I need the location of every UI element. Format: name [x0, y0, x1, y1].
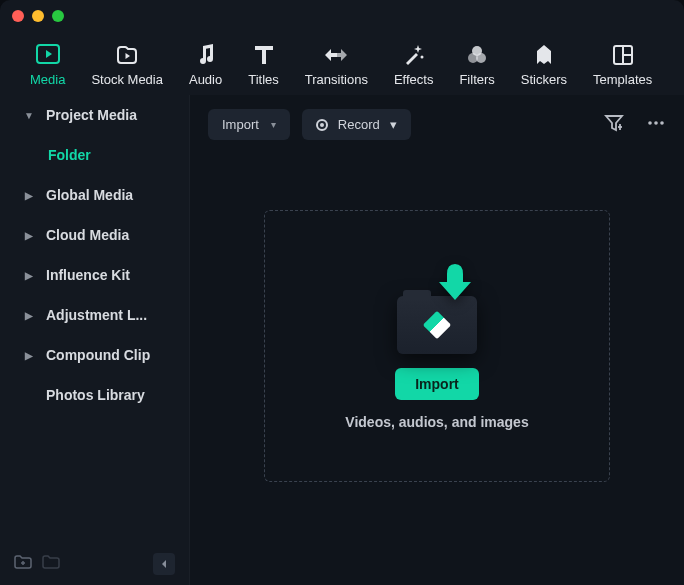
- stock-media-icon: [114, 42, 140, 68]
- import-button[interactable]: Import: [395, 368, 479, 400]
- media-icon: [35, 42, 61, 68]
- sidebar-list: ▼ Project Media Folder ▶ Global Media ▶ …: [0, 95, 189, 543]
- sidebar-item-label: Cloud Media: [46, 227, 129, 243]
- sidebar-footer: [0, 543, 189, 585]
- tab-label: Stock Media: [91, 72, 163, 87]
- tab-label: Transitions: [305, 72, 368, 87]
- record-dropdown[interactable]: Record ▾: [302, 109, 411, 140]
- filter-icon[interactable]: [604, 114, 624, 136]
- collapse-sidebar-button[interactable]: [153, 553, 175, 575]
- svg-marker-1: [46, 50, 52, 58]
- tab-label: Filters: [459, 72, 494, 87]
- tab-stock-media[interactable]: Stock Media: [91, 42, 163, 87]
- sidebar-item-label: Influence Kit: [46, 267, 130, 283]
- svg-marker-2: [126, 53, 131, 59]
- tab-transitions[interactable]: Transitions: [305, 42, 368, 87]
- tab-label: Titles: [248, 72, 279, 87]
- svg-point-6: [476, 53, 486, 63]
- import-button-label: Import: [415, 376, 459, 392]
- templates-icon: [610, 42, 636, 68]
- maximize-icon[interactable]: [52, 10, 64, 22]
- sidebar-item-label: Photos Library: [46, 387, 145, 403]
- effects-icon: [401, 42, 427, 68]
- top-toolbar: Media Stock Media Audio Titles Transitio…: [0, 32, 684, 95]
- sidebar-item-adjustment-layer[interactable]: ▶ Adjustment L...: [0, 295, 189, 335]
- tab-label: Effects: [394, 72, 434, 87]
- sidebar-item-influence-kit[interactable]: ▶ Influence Kit: [0, 255, 189, 295]
- audio-icon: [193, 42, 219, 68]
- chevron-down-icon: ▾: [390, 117, 397, 132]
- main-panel: Import ▾ Record ▾: [190, 95, 684, 585]
- sidebar-item-photos-library[interactable]: Photos Library: [0, 375, 189, 415]
- record-dropdown-label: Record: [338, 117, 380, 132]
- sidebar-item-global-media[interactable]: ▶ Global Media: [0, 175, 189, 215]
- sidebar-item-cloud-media[interactable]: ▶ Cloud Media: [0, 215, 189, 255]
- sidebar-item-label: Adjustment L...: [46, 307, 147, 323]
- sidebar: ▼ Project Media Folder ▶ Global Media ▶ …: [0, 95, 190, 585]
- import-dropdown[interactable]: Import ▾: [208, 109, 290, 140]
- stickers-icon: [531, 42, 557, 68]
- svg-point-14: [648, 121, 652, 125]
- sidebar-item-label: Project Media: [46, 107, 137, 123]
- tab-templates[interactable]: Templates: [593, 42, 652, 87]
- chevron-right-icon: ▶: [22, 310, 36, 321]
- tab-label: Templates: [593, 72, 652, 87]
- sidebar-item-project-media[interactable]: ▼ Project Media: [0, 95, 189, 135]
- filters-icon: [464, 42, 490, 68]
- record-icon: [316, 119, 328, 131]
- chevron-right-icon: ▶: [22, 350, 36, 361]
- titles-icon: [251, 42, 277, 68]
- import-dropzone[interactable]: Import Videos, audios, and images: [264, 210, 610, 482]
- chevron-right-icon: ▶: [22, 270, 36, 281]
- chevron-right-icon: ▶: [22, 230, 36, 241]
- svg-point-3: [420, 56, 423, 59]
- tab-media[interactable]: Media: [30, 42, 65, 87]
- tab-label: Stickers: [521, 72, 567, 87]
- download-arrow-icon: [437, 262, 473, 306]
- tab-label: Audio: [189, 72, 222, 87]
- sidebar-item-compound-clip[interactable]: ▶ Compound Clip: [0, 335, 189, 375]
- close-icon[interactable]: [12, 10, 24, 22]
- sidebar-item-label: Compound Clip: [46, 347, 150, 363]
- sidebar-item-label: Global Media: [46, 187, 133, 203]
- sidebar-item-folder[interactable]: Folder: [0, 135, 189, 175]
- app-logo-icon: [423, 311, 451, 339]
- app-window: Media Stock Media Audio Titles Transitio…: [0, 0, 684, 585]
- tab-label: Media: [30, 72, 65, 87]
- titlebar: [0, 0, 684, 32]
- tab-effects[interactable]: Effects: [394, 42, 434, 87]
- chevron-right-icon: ▶: [22, 190, 36, 201]
- transitions-icon: [323, 42, 349, 68]
- new-folder-icon[interactable]: [14, 554, 32, 574]
- tab-audio[interactable]: Audio: [189, 42, 222, 87]
- content-area: ▼ Project Media Folder ▶ Global Media ▶ …: [0, 95, 684, 585]
- import-dropdown-label: Import: [222, 117, 259, 132]
- sidebar-item-label: Folder: [48, 147, 91, 163]
- more-icon[interactable]: [646, 114, 666, 136]
- svg-point-15: [654, 121, 658, 125]
- chevron-down-icon: ▼: [22, 110, 36, 121]
- chevron-down-icon: ▾: [271, 119, 276, 130]
- tab-filters[interactable]: Filters: [459, 42, 494, 87]
- dropzone-hint: Videos, audios, and images: [345, 414, 528, 430]
- folder-icon[interactable]: [42, 554, 60, 574]
- tab-stickers[interactable]: Stickers: [521, 42, 567, 87]
- minimize-icon[interactable]: [32, 10, 44, 22]
- svg-point-16: [660, 121, 664, 125]
- tab-titles[interactable]: Titles: [248, 42, 279, 87]
- main-toolbar: Import ▾ Record ▾: [208, 109, 666, 140]
